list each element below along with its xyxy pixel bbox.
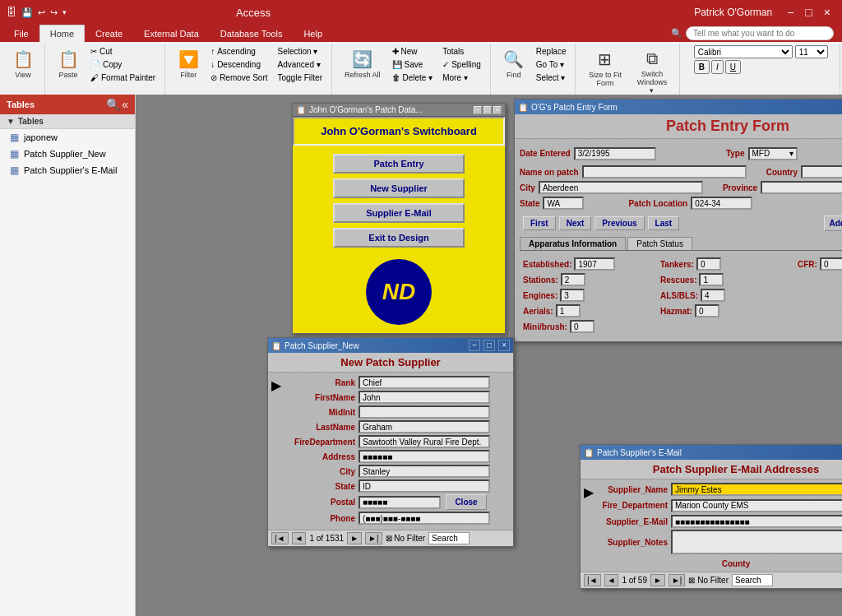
email-rec-next[interactable]: ►: [650, 574, 665, 586]
underline-button[interactable]: U: [725, 60, 741, 74]
rec-prev[interactable]: ◄: [292, 532, 307, 544]
country-input[interactable]: [801, 165, 842, 178]
s-state-input[interactable]: [359, 479, 490, 493]
email-rec-search[interactable]: [732, 574, 773, 586]
new-supplier-button[interactable]: New Supplier: [333, 178, 465, 198]
tell-me-input[interactable]: [686, 26, 834, 40]
tab-file[interactable]: File: [3, 25, 39, 42]
replace-button[interactable]: Replace: [532, 45, 571, 58]
als-bls-input[interactable]: [701, 289, 725, 302]
selection-button[interactable]: Selection ▾: [274, 45, 326, 58]
supplier-minimize[interactable]: −: [469, 340, 480, 351]
nav-item-japonew[interactable]: ▦ japonew: [0, 129, 135, 146]
bold-button[interactable]: B: [694, 60, 710, 74]
rank-input[interactable]: [359, 376, 490, 389]
quick-access-undo[interactable]: ↩: [38, 7, 45, 18]
rec-last[interactable]: ►|: [365, 532, 382, 544]
refresh-all-button[interactable]: 🔄 Refresh All: [339, 45, 386, 83]
nav-search-button[interactable]: 🔍: [106, 98, 120, 111]
lastname-input[interactable]: [359, 420, 490, 433]
format-painter-button[interactable]: 🖌 Format Painter: [86, 72, 160, 84]
email-rec-prev[interactable]: ◄: [604, 574, 619, 586]
switch-windows-button[interactable]: ⧉ Switch Windows ▾: [629, 45, 674, 99]
ascending-button[interactable]: ↑ Ascending: [206, 45, 271, 58]
s-city-input[interactable]: [359, 465, 490, 478]
address-input[interactable]: [359, 450, 490, 463]
rec-search[interactable]: [428, 532, 470, 544]
nav-item-patch-supplier-email[interactable]: ▦ Patch Supplier's E-Mail: [0, 162, 135, 178]
type-combo[interactable]: MFD ▾: [748, 147, 798, 160]
quick-access-more[interactable]: ▾: [62, 8, 67, 16]
quick-access-redo[interactable]: ↪: [50, 7, 58, 18]
tab-external-data[interactable]: External Data: [133, 25, 210, 42]
go-to-button[interactable]: Go To ▾: [532, 58, 571, 71]
filter-button[interactable]: 🔽 Filter: [172, 45, 205, 83]
exit-to-design-button[interactable]: Exit to Design: [333, 228, 465, 248]
sw-close[interactable]: ×: [493, 106, 502, 114]
tab-patch-status[interactable]: Patch Status: [627, 237, 692, 250]
first-button[interactable]: First: [523, 216, 556, 230]
close-button[interactable]: ×: [819, 4, 835, 21]
state-input[interactable]: [543, 197, 584, 210]
italic-button[interactable]: I: [711, 60, 724, 74]
notes-textarea[interactable]: [671, 530, 842, 554]
spelling-button[interactable]: ✓ Spelling: [438, 58, 485, 71]
last-button[interactable]: Last: [648, 216, 680, 230]
remove-sort-button[interactable]: ⊘ Remove Sort: [206, 72, 271, 84]
previous-button[interactable]: Previous: [594, 216, 644, 230]
tab-create[interactable]: Create: [85, 25, 133, 42]
supplier-close[interactable]: ×: [498, 340, 510, 351]
toggle-filter-button[interactable]: Toggle Filter: [274, 72, 326, 84]
nav-item-patch-supplier-new[interactable]: ▦ Patch Supplier_New: [0, 146, 135, 162]
descending-button[interactable]: ↓ Descending: [206, 58, 271, 71]
paste-button[interactable]: 📋 Paste: [52, 45, 85, 83]
fire-dept-input[interactable]: [671, 499, 842, 512]
copy-button[interactable]: 📄 Copy: [86, 58, 160, 71]
supplier-name-input[interactable]: [671, 483, 842, 496]
tankers-input[interactable]: [696, 257, 721, 271]
patch-entry-button[interactable]: Patch Entry: [333, 154, 465, 174]
more-button[interactable]: More ▾: [438, 72, 485, 84]
quick-access-save[interactable]: 💾: [21, 7, 33, 18]
supplier-maximize[interactable]: □: [483, 340, 495, 351]
nav-collapse-button[interactable]: «: [122, 98, 128, 111]
date-input[interactable]: [574, 147, 656, 160]
tab-help[interactable]: Help: [293, 25, 333, 42]
supplier-email-button[interactable]: Supplier E-Mail: [333, 203, 465, 223]
province-input[interactable]: [761, 181, 842, 194]
engines-input[interactable]: [560, 289, 585, 302]
rescues-input[interactable]: [699, 273, 724, 286]
size-fit-button[interactable]: ⊞ Size to Fit Form: [582, 45, 627, 91]
rec-next[interactable]: ►: [347, 532, 362, 544]
minimize-button[interactable]: −: [782, 4, 798, 21]
find-button[interactable]: 🔍 Find: [497, 45, 530, 83]
font-family-select[interactable]: Calibri: [694, 45, 793, 58]
hazmat-input[interactable]: [695, 304, 719, 317]
cut-button[interactable]: ✂ Cut: [86, 45, 160, 58]
aerials-input[interactable]: [556, 304, 581, 317]
phone-input[interactable]: [359, 512, 490, 525]
midinit-input[interactable]: [359, 405, 490, 419]
tab-home[interactable]: Home: [39, 25, 85, 42]
minibrush-input[interactable]: [570, 320, 594, 333]
view-button[interactable]: 📋 View: [7, 45, 39, 83]
totals-button[interactable]: Totals: [438, 45, 485, 58]
supplier-close-button[interactable]: Close: [446, 494, 487, 510]
cfr-input[interactable]: [820, 257, 842, 271]
firstname-input[interactable]: [359, 391, 490, 404]
sw-minimize[interactable]: −: [474, 106, 482, 114]
next-button[interactable]: Next: [559, 216, 592, 230]
font-size-select[interactable]: 11: [795, 45, 828, 58]
sw-maximize[interactable]: □: [483, 106, 492, 114]
email-rec-last[interactable]: ►|: [669, 574, 686, 586]
email-rec-first[interactable]: |◄: [584, 574, 601, 586]
stations-input[interactable]: [561, 273, 585, 286]
select-button[interactable]: Select ▾: [532, 72, 571, 84]
advanced-button[interactable]: Advanced ▾: [274, 58, 326, 71]
add-patch-button[interactable]: Add Patch: [824, 215, 842, 231]
city-input[interactable]: [539, 181, 703, 194]
maximize-button[interactable]: □: [800, 4, 817, 21]
new-record-button[interactable]: ✚ New: [388, 45, 437, 58]
postal-input[interactable]: [359, 496, 441, 509]
email-input[interactable]: [671, 515, 842, 528]
